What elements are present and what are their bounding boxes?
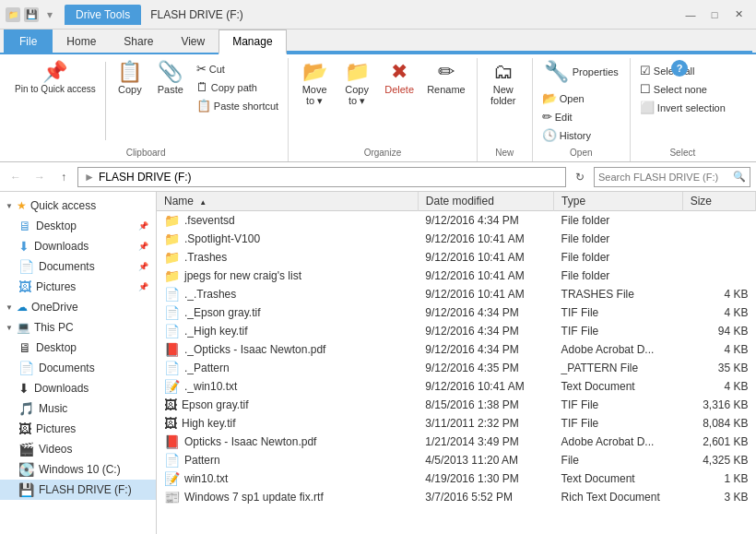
col-header-type[interactable]: Type (554, 192, 683, 211)
title-bar: 📁 💾 ▾ Drive Tools FLASH DRIVE (F:) — □ ✕ (0, 0, 756, 30)
minimize-button[interactable]: — (679, 6, 703, 24)
sidebar-item-documents[interactable]: 📄 Documents 📌 (0, 256, 156, 277)
pictures-folder-icon: 🖼 (18, 279, 31, 294)
select-none-button[interactable]: ☐ Select none (636, 80, 729, 98)
search-input[interactable] (598, 172, 733, 183)
open-button[interactable]: 📂 Open (538, 89, 624, 107)
col-header-date[interactable]: Date modified (418, 192, 553, 211)
file-name: .fseventsd (184, 214, 235, 227)
file-icon: 🖼 (164, 416, 177, 431)
sidebar-quick-access-header[interactable]: ▼ ★ Quick access (0, 196, 156, 216)
table-row[interactable]: 📁 jpegs for new craig's list 9/12/2016 1… (157, 267, 756, 285)
col-header-size[interactable]: Size (682, 192, 755, 211)
copy-button[interactable]: 📋 Copy (110, 58, 150, 99)
copy-path-button[interactable]: 🗒 Copy path (193, 78, 282, 96)
sidebar-pc-videos-label: Videos (39, 443, 72, 456)
back-button[interactable]: ← (6, 167, 26, 187)
table-row[interactable]: 📄 ._Pattern 9/12/2016 4:35 PM _PATTERN F… (157, 359, 756, 377)
search-box[interactable]: 🔍 (594, 167, 750, 187)
tab-file[interactable]: File (4, 30, 53, 54)
paste-button[interactable]: 📎 Paste (150, 58, 191, 99)
tab-manage[interactable]: Manage (219, 30, 286, 54)
pin-to-quick-access-button[interactable]: 📌 Pin to Quick access (9, 58, 101, 99)
table-row[interactable]: 📄 ._.Trashes 9/12/2016 10:41 AM TRASHES … (157, 285, 756, 303)
file-date: 9/12/2016 4:34 PM (418, 340, 553, 359)
file-size: 4 KB (682, 285, 755, 303)
table-row[interactable]: 📕 ._Opticks - Isaac Newton.pdf 9/12/2016… (157, 340, 756, 359)
paste-shortcut-button[interactable]: 📋 Paste shortcut (193, 97, 282, 114)
file-icon: 🖼 (164, 398, 177, 412)
sidebar-pc-desktop[interactable]: 🖥 Desktop (0, 338, 156, 358)
file-size (682, 267, 755, 285)
sidebar-drive-f[interactable]: 💾 FLASH DRIVE (F:) (0, 480, 156, 500)
refresh-button[interactable]: ↻ (570, 167, 590, 187)
ribbon: 📌 Pin to Quick access 📋 Copy 📎 Paste ✂ C… (0, 54, 756, 162)
delete-icon: ✖ (391, 62, 408, 82)
ribbon-group-clipboard: 📌 Pin to Quick access 📋 Copy 📎 Paste ✂ C… (4, 58, 289, 161)
close-button[interactable]: ✕ (726, 6, 750, 24)
properties-button[interactable]: 🔧 Properties (538, 58, 624, 86)
cut-button[interactable]: ✂ Cut (193, 60, 282, 77)
table-row[interactable]: 📝 win10.txt 4/19/2016 1:30 PM Text Docum… (157, 469, 756, 488)
col-header-name[interactable]: Name ▲ (157, 192, 418, 211)
history-button[interactable]: 🕓 History (538, 126, 624, 144)
sidebar-drive-c[interactable]: 💽 Windows 10 (C:) (0, 459, 156, 480)
tab-home[interactable]: Home (53, 30, 110, 54)
file-name: ._win10.txt (184, 380, 237, 393)
maximize-button[interactable]: □ (703, 6, 726, 24)
file-name-cell: 📝 win10.txt (157, 469, 418, 488)
new-folder-button[interactable]: 🗂 Newfolder (483, 58, 524, 110)
sidebar-item-downloads[interactable]: ⬇ Downloads 📌 (0, 236, 156, 256)
move-to-button[interactable]: 📂 Moveto ▾ (294, 58, 335, 111)
sidebar-item-desktop[interactable]: 🖥 Desktop 📌 (0, 216, 156, 236)
tab-share[interactable]: Share (110, 30, 167, 54)
copy-to-button[interactable]: 📁 Copyto ▾ (337, 58, 377, 111)
table-row[interactable]: 📕 Opticks - Isaac Newton.pdf 1/21/2014 3… (157, 433, 756, 451)
sidebar-pc-documents[interactable]: 📄 Documents (0, 358, 156, 378)
help-button[interactable]: ? (671, 60, 688, 77)
forward-button[interactable]: → (30, 167, 50, 187)
sidebar-item-pictures[interactable]: 🖼 Pictures 📌 (0, 277, 156, 297)
table-row[interactable]: 📄 ._High key.tif 9/12/2016 4:34 PM TIF F… (157, 322, 756, 340)
select-none-icon: ☐ (640, 82, 651, 96)
table-row[interactable]: 📁 .fseventsd 9/12/2016 4:34 PM File fold… (157, 211, 756, 231)
cut-icon: ✂ (196, 62, 207, 76)
title-controls: — □ ✕ (679, 6, 750, 24)
file-date: 1/21/2014 3:49 PM (418, 433, 553, 451)
file-type: TIF File (554, 414, 683, 433)
rename-button[interactable]: ✏ Rename (421, 58, 471, 99)
edit-button[interactable]: ✏ Edit (538, 108, 624, 125)
invert-selection-button[interactable]: ⬜ Invert selection (636, 99, 729, 116)
table-row[interactable]: 📁 .Spotlight-V100 9/12/2016 10:41 AM Fil… (157, 230, 756, 248)
file-icon: 📝 (164, 379, 180, 394)
sidebar-pc-music[interactable]: 🎵 Music (0, 398, 156, 419)
table-row[interactable]: 📁 .Trashes 9/12/2016 10:41 AM File folde… (157, 248, 756, 267)
address-input[interactable]: ► FLASH DRIVE (F:) (77, 167, 566, 187)
file-size: 94 KB (682, 322, 755, 340)
desktop-folder-icon: 🖥 (18, 219, 31, 233)
file-icon: 📕 (164, 342, 180, 357)
table-row[interactable]: 📄 Pattern 4/5/2013 11:20 AM File 4,325 K… (157, 451, 756, 469)
sidebar-pc-pictures[interactable]: 🖼 Pictures (0, 419, 156, 439)
table-row[interactable]: 🖼 Epson gray.tif 8/15/2016 1:38 PM TIF F… (157, 396, 756, 414)
table-row[interactable]: 🖼 High key.tif 3/11/2011 2:32 PM TIF Fil… (157, 414, 756, 433)
sidebar-pc-downloads[interactable]: ⬇ Downloads (0, 378, 156, 398)
table-row[interactable]: 📝 ._win10.txt 9/12/2016 10:41 AM Text Do… (157, 377, 756, 396)
table-row[interactable]: 📰 Windows 7 sp1 update fix.rtf 3/7/2016 … (157, 488, 756, 506)
file-icon: 📄 (164, 287, 180, 302)
sidebar-pc-videos[interactable]: 🎬 Videos (0, 439, 156, 459)
file-table: Name ▲ Date modified Type Size 📁 .fseven… (157, 192, 756, 506)
table-row[interactable]: 📄 ._Epson gray.tif 9/12/2016 4:34 PM TIF… (157, 303, 756, 322)
drive-c-icon: 💽 (18, 462, 34, 477)
title-bar-icons: 📁 💾 ▾ (6, 7, 57, 22)
file-size (682, 211, 755, 231)
sidebar-pictures-label: Pictures (36, 280, 76, 293)
sidebar-onedrive-header[interactable]: ▼ ☁ OneDrive (0, 297, 156, 317)
file-name: Epson gray.tif (182, 398, 248, 411)
up-button[interactable]: ↑ (53, 167, 74, 187)
tab-view[interactable]: View (167, 30, 219, 54)
file-name-cell: 📁 .fseventsd (157, 211, 418, 231)
sidebar: ▼ ★ Quick access 🖥 Desktop 📌 ⬇ Downloads… (0, 192, 157, 534)
delete-button[interactable]: ✖ Delete (379, 58, 419, 99)
sidebar-thispc-header[interactable]: ▼ 💻 This PC (0, 317, 156, 338)
